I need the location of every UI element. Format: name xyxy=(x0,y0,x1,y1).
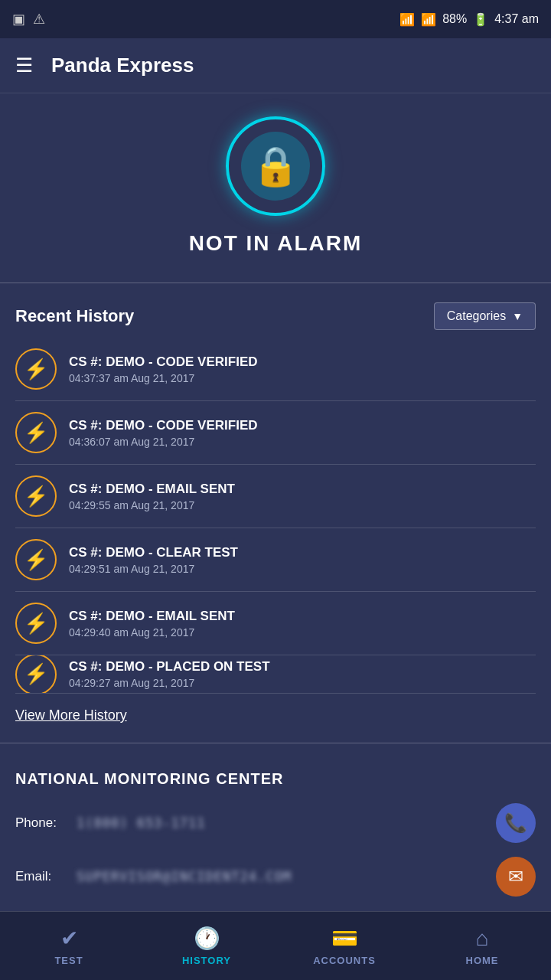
history-item-text: CS #: DEMO - CLEAR TEST 04:29:51 am Aug … xyxy=(69,545,536,575)
alarm-status-text: NOT IN ALARM xyxy=(189,231,363,256)
phone-value: 1(800) 653-1711 xyxy=(77,815,496,831)
history-item-time: 04:29:27 am Aug 21, 2017 xyxy=(69,677,536,689)
history-item[interactable]: ⚡ CS #: DEMO - EMAIL SENT 04:29:55 am Au… xyxy=(15,465,536,528)
history-item-text: CS #: DEMO - CODE VERIFIED 04:37:37 am A… xyxy=(69,354,536,384)
history-item-title: CS #: DEMO - CODE VERIFIED xyxy=(69,418,536,433)
history-item[interactable]: ⚡ CS #: DEMO - CODE VERIFIED 04:36:07 am… xyxy=(15,401,536,465)
history-item-text: CS #: DEMO - PLACED ON TEST 04:29:27 am … xyxy=(69,659,536,689)
phone-call-button[interactable]: 📞 xyxy=(496,803,536,843)
menu-icon[interactable]: ☰ xyxy=(15,54,33,77)
lightning-circle: ⚡ xyxy=(15,412,57,453)
image-icon: ▣ xyxy=(12,11,25,28)
view-more-section: View More History xyxy=(0,694,551,731)
history-item[interactable]: ⚡ CS #: DEMO - CODE VERIFIED 04:37:37 am… xyxy=(15,338,536,401)
history-item-title: CS #: DEMO - CLEAR TEST xyxy=(69,545,536,560)
lightning-icon: ⚡ xyxy=(24,612,48,635)
wifi-icon: 📶 xyxy=(399,12,415,27)
nav-item-home[interactable]: ⌂ HOME xyxy=(413,926,551,966)
history-item-title: CS #: DEMO - PLACED ON TEST xyxy=(69,659,536,675)
lightning-icon: ⚡ xyxy=(24,548,48,572)
history-item-time: 04:36:07 am Aug 21, 2017 xyxy=(69,436,536,448)
history-item[interactable]: ⚡ CS #: DEMO - CLEAR TEST 04:29:51 am Au… xyxy=(15,528,536,592)
battery-percent: 88% xyxy=(442,12,467,26)
view-more-history-link[interactable]: View More History xyxy=(15,707,127,723)
history-list: ⚡ CS #: DEMO - CODE VERIFIED 04:37:37 am… xyxy=(0,338,551,694)
email-button[interactable]: ✉ xyxy=(496,857,536,897)
history-item-text: CS #: DEMO - EMAIL SENT 04:29:40 am Aug … xyxy=(69,609,536,639)
home-icon: ⌂ xyxy=(476,926,489,951)
divider-middle xyxy=(0,743,551,743)
lightning-icon: ⚡ xyxy=(24,485,48,508)
bottom-nav: ✔ TEST 🕐 HISTORY 💳 ACCOUNTS ⌂ HOME xyxy=(0,911,551,980)
lightning-circle: ⚡ xyxy=(15,539,57,580)
email-icon: ✉ xyxy=(508,866,523,887)
history-item-time: 04:29:51 am Aug 21, 2017 xyxy=(69,563,536,575)
categories-label: Categories xyxy=(447,309,506,323)
nav-label-accounts: ACCOUNTS xyxy=(313,955,376,966)
test-icon: ✔ xyxy=(60,926,78,951)
history-item-time: 04:29:40 am Aug 21, 2017 xyxy=(69,626,536,639)
phone-icon: 📞 xyxy=(504,812,527,834)
categories-button[interactable]: Categories ▼ xyxy=(434,302,536,330)
nav-item-test[interactable]: ✔ TEST xyxy=(0,926,138,966)
history-item[interactable]: ⚡ CS #: DEMO - PLACED ON TEST 04:29:27 a… xyxy=(15,655,536,694)
email-row: Email: SUPERVISOR@INCIDENT24.COM ✉ xyxy=(15,857,536,897)
nav-label-home: HOME xyxy=(466,955,499,966)
nav-label-test: TEST xyxy=(54,955,83,966)
nav-item-accounts[interactable]: 💳 ACCOUNTS xyxy=(276,926,413,966)
status-bar: ▣ ⚠ 📶 📶 88% 🔋 4:37 am xyxy=(0,0,551,38)
lightning-circle: ⚡ xyxy=(15,348,57,390)
clock: 4:37 am xyxy=(494,12,539,26)
recent-history-header: Recent History Categories ▼ xyxy=(0,295,551,338)
lock-icon: 🔒 xyxy=(252,144,299,188)
nav-item-history[interactable]: 🕐 HISTORY xyxy=(138,926,276,966)
email-label: Email: xyxy=(15,869,77,884)
history-item[interactable]: ⚡ CS #: DEMO - EMAIL SENT 04:29:40 am Au… xyxy=(15,592,536,655)
lightning-circle: ⚡ xyxy=(15,475,57,517)
history-item-title: CS #: DEMO - EMAIL SENT xyxy=(69,482,536,497)
lock-inner: 🔒 xyxy=(241,132,310,201)
lightning-circle: ⚡ xyxy=(15,603,57,644)
alert-icon: ⚠ xyxy=(33,11,45,28)
signal-icon: 📶 xyxy=(421,12,436,27)
lightning-circle: ⚡ xyxy=(15,655,57,694)
lightning-icon: ⚡ xyxy=(24,358,48,381)
recent-history-title: Recent History xyxy=(15,306,134,326)
top-nav: ☰ Panda Express xyxy=(0,38,551,93)
lightning-icon: ⚡ xyxy=(24,421,48,445)
email-value: SUPERVISOR@INCIDENT24.COM xyxy=(77,869,496,884)
phone-row: Phone: 1(800) 653-1711 📞 xyxy=(15,803,536,843)
history-icon: 🕐 xyxy=(194,926,220,951)
app-title: Panda Express xyxy=(51,54,194,77)
history-item-title: CS #: DEMO - EMAIL SENT xyxy=(69,609,536,624)
divider-top xyxy=(0,283,551,283)
history-item-title: CS #: DEMO - CODE VERIFIED xyxy=(69,354,536,370)
phone-label: Phone: xyxy=(15,815,77,831)
accounts-icon: 💳 xyxy=(331,926,358,951)
status-left-icons: ▣ ⚠ xyxy=(12,11,45,28)
history-item-text: CS #: DEMO - EMAIL SENT 04:29:55 am Aug … xyxy=(69,482,536,511)
history-item-time: 04:37:37 am Aug 21, 2017 xyxy=(69,372,536,384)
chevron-down-icon: ▼ xyxy=(512,310,523,322)
nav-label-history: HISTORY xyxy=(182,955,231,966)
history-item-time: 04:29:55 am Aug 21, 2017 xyxy=(69,499,536,511)
status-right-info: 📶 📶 88% 🔋 4:37 am xyxy=(399,12,539,27)
monitoring-center-section: NATIONAL MONITORING CENTER Phone: 1(800)… xyxy=(0,755,551,918)
battery-icon: 🔋 xyxy=(473,12,488,27)
history-item-text: CS #: DEMO - CODE VERIFIED 04:36:07 am A… xyxy=(69,418,536,448)
alarm-status-section: 🔒 NOT IN ALARM xyxy=(0,93,551,271)
monitoring-center-title: NATIONAL MONITORING CENTER xyxy=(15,770,536,788)
lock-circle: 🔒 xyxy=(226,116,325,216)
lightning-icon: ⚡ xyxy=(24,662,48,686)
